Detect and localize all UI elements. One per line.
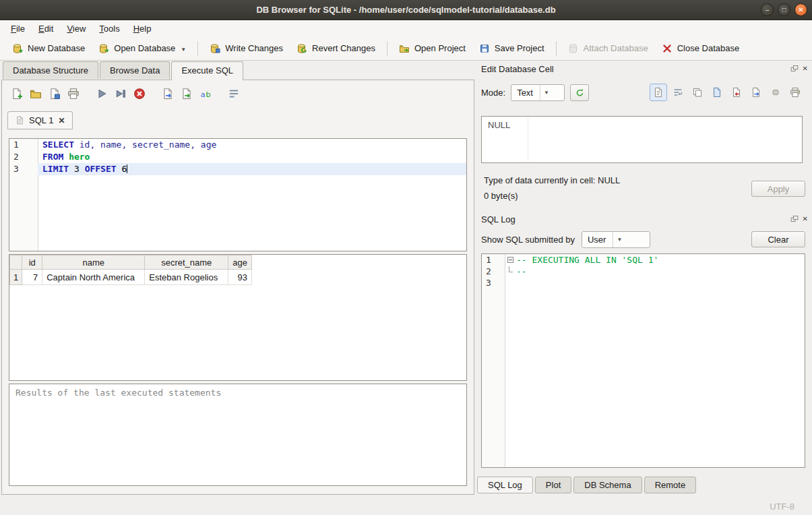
export-results-icon [162, 88, 174, 100]
menu-help[interactable]: Help [127, 22, 158, 36]
close-database-button[interactable]: Close Database [655, 39, 747, 58]
sql-tab[interactable]: SQL 1 ✕ [7, 111, 73, 129]
execute-all-icon [96, 88, 108, 100]
sql-token: id, name, secret_name, age [80, 140, 217, 150]
word-wrap-icon [673, 87, 683, 98]
revert-changes-button[interactable]: Revert Changes [290, 39, 382, 58]
column-header[interactable]: secret_name [145, 255, 228, 270]
copy-cell-button[interactable] [689, 84, 706, 101]
close-dock-icon[interactable]: ✕ [803, 215, 808, 223]
row-number: 1 [10, 270, 22, 285]
print-cell-button[interactable] [786, 84, 804, 101]
chevron-down-icon[interactable]: ▼ [181, 47, 186, 54]
tab-execute-sql[interactable]: Execute SQL [171, 61, 243, 80]
tab-sql-log[interactable]: SQL Log [477, 477, 533, 493]
editor-line[interactable]: 1SELECT id, name, secret_name, age [9, 139, 466, 151]
print-sql-button[interactable] [64, 84, 83, 103]
log-text: -- [516, 266, 527, 277]
export-results-button[interactable] [158, 84, 177, 103]
sql-token: SELECT [42, 140, 74, 150]
open-database-label: Open Database [114, 43, 175, 53]
minimize-button[interactable]: – [761, 3, 774, 16]
sql-file-icon [15, 116, 24, 125]
save-sql-file-button[interactable] [45, 84, 64, 103]
cell-value-text: NULL [488, 120, 510, 130]
float-dock-icon[interactable] [790, 65, 799, 73]
close-button[interactable]: ✕ [794, 3, 807, 16]
open-project-icon [399, 43, 410, 54]
attach-database-label: Attach Database [584, 43, 648, 53]
maximize-button[interactable]: □ [778, 3, 790, 16]
open-sql-file-button[interactable] [26, 84, 45, 103]
log-filter-label: Show SQL submitted by [481, 235, 575, 245]
table-cell[interactable]: Captain North America [42, 270, 145, 285]
tab-db-schema[interactable]: DB Schema [573, 477, 642, 493]
sql-token: 3 [69, 164, 84, 174]
table-cell[interactable]: 7 [22, 270, 42, 285]
export-cell-data-button[interactable] [747, 84, 765, 101]
refresh-icon [575, 88, 584, 97]
line-number: 2 [9, 151, 38, 163]
new-tab-icon [11, 88, 23, 100]
encoding-indicator[interactable]: UTF-8 [770, 502, 794, 512]
export-icon [751, 87, 761, 98]
open-in-editor-button[interactable] [708, 84, 726, 101]
execute-all-button[interactable] [92, 84, 111, 103]
write-changes-button[interactable]: Write Changes [203, 39, 290, 58]
new-database-button[interactable]: New Database [5, 39, 92, 58]
toolbar-separator [556, 41, 557, 56]
cell-value-editor[interactable]: NULL [481, 116, 803, 163]
table-row[interactable]: 17Captain North AmericaEsteban Rogelios9… [10, 270, 252, 285]
tab-database-structure[interactable]: Database Structure [3, 61, 98, 79]
results-grid[interactable]: idnamesecret_nameage17Captain North Amer… [9, 254, 467, 381]
table-cell[interactable]: Esteban Rogelios [145, 270, 228, 285]
clear-log-button[interactable]: Clear [751, 231, 805, 247]
log-line: 2-- [482, 266, 805, 277]
sql-editor[interactable]: 1SELECT id, name, secret_name, age2FROM … [9, 138, 467, 251]
word-wrap-button[interactable] [224, 84, 243, 103]
stop-execution-button[interactable] [130, 84, 149, 103]
fold-marker[interactable] [505, 254, 516, 266]
save-results-button[interactable] [177, 84, 196, 103]
column-header[interactable]: age [228, 255, 252, 270]
cell-type-info: Type of data currently in cell: NULL [484, 175, 620, 185]
attach-database-icon [568, 43, 579, 54]
tab-plot[interactable]: Plot [535, 477, 571, 493]
mode-combobox[interactable]: Text ▼ [511, 84, 565, 101]
float-dock-icon[interactable] [790, 215, 799, 223]
collapse-icon[interactable] [507, 257, 513, 263]
set-null-button[interactable] [767, 84, 784, 101]
status-bar: UTF-8 [0, 497, 812, 515]
tab-browse-data[interactable]: Browse Data [100, 61, 170, 79]
menu-file[interactable]: File [4, 22, 32, 36]
apply-button[interactable]: Apply [751, 181, 805, 197]
open-database-button[interactable]: Open Database ▼ [92, 39, 193, 58]
open-sql-icon [30, 88, 42, 100]
save-project-button[interactable]: Save Project [472, 39, 551, 58]
main-tab-bar: Database Structure Browse Data Execute S… [3, 61, 245, 79]
open-project-button[interactable]: Open Project [392, 39, 472, 58]
fold-marker [505, 266, 516, 277]
auto-detect-mode-button[interactable] [570, 84, 589, 101]
editor-line[interactable]: 3LIMIT 3 OFFSET 6 [9, 163, 466, 175]
column-header[interactable]: id [22, 255, 42, 270]
close-tab-icon[interactable]: ✕ [58, 116, 65, 125]
import-cell-data-button[interactable] [728, 84, 745, 101]
sql-log-view[interactable]: 1-- EXECUTING ALL IN 'SQL 1'2--3 [481, 253, 805, 468]
format-sql-button[interactable] [196, 84, 215, 103]
execute-line-button[interactable] [111, 84, 130, 103]
tab-remote[interactable]: Remote [644, 477, 697, 493]
sql-token [63, 152, 69, 162]
editor-line[interactable]: 2FROM hero [9, 151, 466, 163]
menu-tools[interactable]: Tools [92, 22, 126, 36]
log-filter-combobox[interactable]: User ▼ [582, 231, 650, 248]
close-dock-icon[interactable]: ✕ [803, 65, 808, 73]
menu-edit[interactable]: Edit [32, 22, 60, 36]
menu-view[interactable]: View [60, 22, 92, 36]
sql-tab-label: SQL 1 [29, 115, 53, 125]
column-header[interactable]: name [42, 255, 145, 270]
text-view-button[interactable] [650, 84, 667, 101]
word-wrap-cell-button[interactable] [669, 84, 687, 101]
table-cell[interactable]: 93 [228, 270, 252, 285]
new-sql-tab-button[interactable] [7, 84, 26, 103]
